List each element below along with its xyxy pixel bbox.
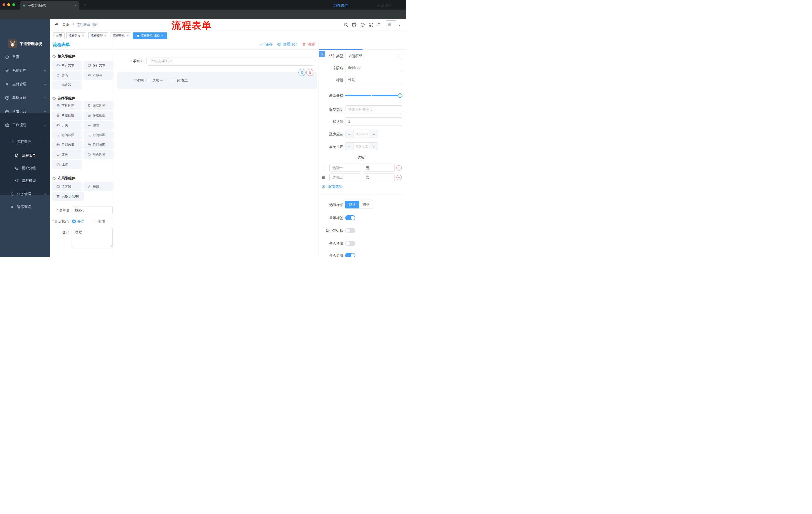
option-1-label-input[interactable] xyxy=(330,164,361,171)
disabled-switch[interactable] xyxy=(345,241,355,246)
form-name-input[interactable] xyxy=(72,207,112,214)
tag-close-icon[interactable]: × xyxy=(126,33,128,39)
tag-process-form[interactable]: 流程表单× xyxy=(111,32,130,39)
required-switch[interactable] xyxy=(345,253,355,257)
search-icon[interactable] xyxy=(343,22,348,27)
caret-down-icon[interactable] xyxy=(398,24,401,27)
phone-input[interactable] xyxy=(147,57,314,65)
stepper-minus-button[interactable]: − xyxy=(345,130,353,138)
sidebar-item-workflow[interactable]: 工作流程 xyxy=(0,118,50,132)
sidebar-item-process-model[interactable]: 流程模型 xyxy=(0,174,50,188)
component-cascader[interactable]: 级联选择 xyxy=(83,101,113,110)
component-slider[interactable]: 滑块 xyxy=(83,121,113,130)
component-rate[interactable]: 评分 xyxy=(52,150,82,159)
tag-process-definition[interactable]: 流程定义× xyxy=(66,32,86,39)
component-counter[interactable]: 计数器 xyxy=(83,71,113,80)
remark-textarea[interactable]: 嘿嘿 xyxy=(72,228,112,248)
sidebar-item-process-form[interactable]: 流程表单 xyxy=(0,149,50,162)
option-1-value-input[interactable] xyxy=(363,164,395,171)
view-json-button[interactable]: 查看json xyxy=(277,42,297,47)
add-option-button[interactable]: 添加选项 xyxy=(322,184,343,189)
radio-on-label[interactable]: 开启 xyxy=(77,219,84,224)
tag-close-icon[interactable]: × xyxy=(104,33,106,39)
grid-slider-track[interactable] xyxy=(345,95,402,96)
border-switch[interactable] xyxy=(345,228,355,233)
component-date-range[interactable]: 日期范围 xyxy=(83,140,113,150)
browser-tab[interactable]: 芋道管理系统 xyxy=(20,1,79,9)
component-date-picker[interactable]: 日期选择 xyxy=(52,140,82,150)
drag-handle-icon[interactable] xyxy=(322,166,326,170)
radio-off-label[interactable]: 关闭 xyxy=(98,219,105,224)
max-select-input[interactable] xyxy=(353,142,370,150)
save-button[interactable]: 保存 xyxy=(260,42,272,47)
gender-checkbox-2[interactable] xyxy=(171,78,175,82)
component-multi-line-text[interactable]: 多行文本 xyxy=(83,61,113,70)
gender-option-2-label[interactable]: 选项二 xyxy=(177,78,188,83)
component-row-container[interactable]: 行容器 xyxy=(52,182,82,191)
gender-option-1-label[interactable]: 选项一 xyxy=(152,78,163,83)
component-color-picker[interactable]: 颜色选择 xyxy=(83,150,113,159)
style-default-button[interactable]: 默认 xyxy=(345,201,359,209)
tag-process-model[interactable]: 流程模型× xyxy=(88,32,108,39)
window-zoom-button[interactable] xyxy=(12,3,15,6)
field-name-input[interactable] xyxy=(345,64,402,72)
component-single-line-text[interactable]: 单行文本 xyxy=(52,61,82,70)
sidebar-item-payment[interactable]: 支付管理 xyxy=(0,77,50,91)
remove-option-button[interactable] xyxy=(397,165,402,170)
default-value-input[interactable] xyxy=(345,118,402,125)
sidebar-item-system[interactable]: 系统管理 xyxy=(0,64,50,77)
component-radio-group[interactable]: 单选框组 xyxy=(52,111,82,120)
option-2-label-input[interactable] xyxy=(330,174,361,181)
drag-handle-icon[interactable] xyxy=(322,175,326,180)
sidebar-item-infrastructure[interactable]: 基础设施 xyxy=(0,91,50,105)
sidebar-item-task-management[interactable]: 任务管理 xyxy=(0,187,50,201)
radio-off[interactable] xyxy=(93,219,96,223)
tag-close-icon[interactable]: × xyxy=(161,33,163,39)
title-input[interactable] xyxy=(345,76,402,84)
tab-close-icon[interactable] xyxy=(74,4,77,7)
component-button[interactable]: 按钮 xyxy=(83,182,113,191)
component-checkbox-group[interactable]: 多选框组 xyxy=(83,111,113,120)
stepper-plus-button[interactable]: + xyxy=(370,130,378,138)
new-tab-button[interactable] xyxy=(83,3,87,7)
tab-component-props[interactable]: 组件属性 xyxy=(319,0,362,11)
remove-option-button[interactable] xyxy=(397,175,402,180)
min-select-input[interactable] xyxy=(353,130,370,138)
component-password[interactable]: 密码 xyxy=(52,71,82,80)
sidebar-collapse-icon[interactable] xyxy=(54,22,59,27)
tag-close-icon[interactable]: × xyxy=(82,33,84,39)
option-2-value-input[interactable] xyxy=(363,174,395,181)
component-upload[interactable]: 上传 xyxy=(52,160,82,169)
breadcrumb-home[interactable]: 首页 xyxy=(62,23,69,27)
slider-handle[interactable] xyxy=(398,93,402,98)
text-size-icon[interactable]: TT xyxy=(376,22,380,26)
github-icon[interactable] xyxy=(352,22,356,27)
question-icon[interactable] xyxy=(360,22,365,27)
sidebar-item-devtools[interactable]: 研发工具 xyxy=(0,105,50,118)
sidebar-item-process-management[interactable]: 流程管理 xyxy=(0,135,50,148)
copy-component-button[interactable] xyxy=(298,69,306,76)
gender-checkbox-1[interactable] xyxy=(146,78,150,82)
stepper-plus-button[interactable]: + xyxy=(370,142,378,150)
resize-handle[interactable] xyxy=(110,245,112,247)
window-close-button[interactable] xyxy=(2,3,5,6)
component-switch[interactable]: 开关 xyxy=(52,121,82,130)
component-time-picker[interactable]: 时间选择 xyxy=(52,131,82,140)
tag-home[interactable]: 首页 xyxy=(54,32,64,39)
component-time-range[interactable]: 时间范围 xyxy=(83,131,113,140)
stepper-minus-button[interactable]: − xyxy=(345,142,353,150)
component-table-dev[interactable]: 表格[开发中] xyxy=(52,192,84,201)
style-button-button[interactable]: 按钮 xyxy=(359,201,373,209)
tag-process-form-edit[interactable]: 流程表单-编辑× xyxy=(133,32,167,39)
component-type-select[interactable]: 多选框组 xyxy=(345,52,402,60)
clear-button[interactable]: 清空 xyxy=(302,42,315,47)
label-width-input[interactable] xyxy=(345,106,402,113)
avatar[interactable] xyxy=(386,20,396,30)
show-label-switch[interactable] xyxy=(345,215,355,220)
fullscreen-icon[interactable] xyxy=(369,22,374,27)
component-select[interactable]: 下拉选择 xyxy=(52,101,82,110)
radio-on[interactable] xyxy=(72,219,76,223)
sidebar-item-user-group[interactable]: 用户分组 xyxy=(0,161,50,175)
component-editor[interactable]: 编辑器 xyxy=(52,80,82,89)
window-minimize-button[interactable] xyxy=(7,3,10,6)
